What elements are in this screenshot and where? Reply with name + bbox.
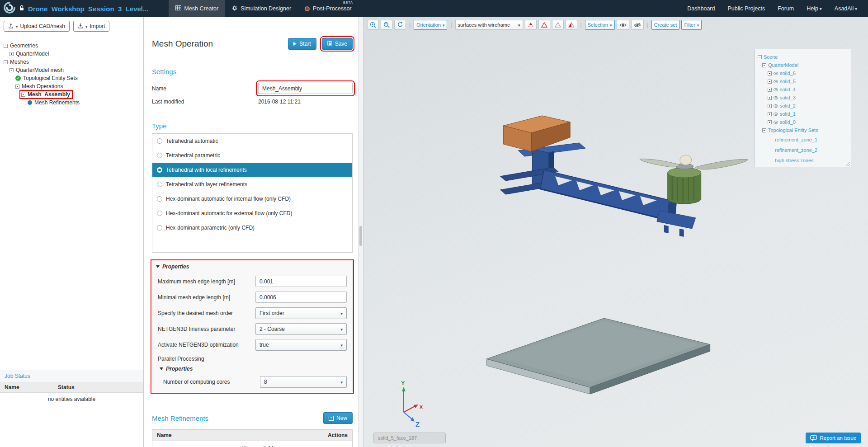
mesh-order-select[interactable]: First order: [255, 307, 347, 319]
eye-slash-icon: [634, 23, 641, 28]
hide-selected-button[interactable]: [631, 20, 644, 30]
nav-user-menu[interactable]: AsadAli: [835, 5, 857, 12]
tree-item-mesh-operations[interactable]: Mesh Operations: [4, 82, 143, 90]
scene-tree-item-refinement-zone-2[interactable]: refinement_zone_2: [755, 145, 851, 155]
expand-icon[interactable]: [768, 112, 772, 116]
viewport-3d[interactable]: | Orientation | surfaces with wireframe: [363, 17, 868, 447]
scene-tree-item-refinement-zone-1[interactable]: refinement_zone_1: [755, 134, 851, 145]
render-mode-select[interactable]: surfaces with wireframe: [455, 20, 523, 30]
settings-heading: Settings: [152, 68, 358, 75]
nav-help-menu[interactable]: Help: [807, 5, 822, 12]
expand-icon[interactable]: [768, 104, 772, 108]
mesh-type-option-tet-automatic[interactable]: Tetrahedral automatic: [152, 134, 352, 148]
panel-scrollbar[interactable]: [358, 17, 363, 447]
max-edge-length-input[interactable]: [255, 276, 347, 287]
expand-icon[interactable]: [768, 80, 772, 84]
mesh-type-option-hex-parametric[interactable]: Hex-dominant parametric (only CFD): [152, 221, 352, 235]
visibility-eye-icon[interactable]: [774, 104, 778, 108]
visibility-eye-icon[interactable]: [774, 80, 778, 83]
tab-post-processor[interactable]: BETA Post-Processor: [298, 0, 358, 17]
create-set-button[interactable]: Create set: [651, 20, 680, 30]
scene-tree-item-high-stress-zones[interactable]: high stress zones: [755, 155, 851, 165]
scene-tree-item-solid-6[interactable]: solid_6: [755, 69, 851, 77]
tree-item-topological-entity-sets[interactable]: Topological Entity Sets: [4, 74, 143, 82]
tree-item-meshes[interactable]: Meshes: [4, 58, 143, 66]
visibility-eye-icon[interactable]: [774, 113, 778, 116]
nav-public-projects[interactable]: Public Projects: [727, 5, 765, 12]
new-refinement-button[interactable]: New: [323, 412, 353, 424]
nav-forum[interactable]: Forum: [778, 5, 794, 12]
collapse-icon[interactable]: [758, 55, 762, 59]
tab-simulation-designer[interactable]: Simulation Designer: [225, 0, 298, 17]
filter-button[interactable]: Filter: [681, 20, 702, 30]
mesh-gray-button[interactable]: [552, 20, 564, 30]
drone-arm-model[interactable]: [500, 116, 748, 237]
computing-cores-select[interactable]: 8: [260, 376, 347, 388]
import-button[interactable]: Import: [73, 21, 110, 32]
fineness-select[interactable]: 2 - Coarse: [255, 323, 347, 335]
visibility-eye-icon[interactable]: [774, 72, 778, 75]
scrollbar-thumb[interactable]: [359, 226, 362, 246]
tree-item-quartermodel[interactable]: QuarterModel: [4, 50, 143, 58]
save-button[interactable]: Save: [322, 38, 353, 50]
mesh-type-option-tet-layer-refinements[interactable]: Tetrahedral with layer refinements: [152, 177, 352, 192]
properties-heading[interactable]: Properties: [152, 261, 352, 272]
scene-tree-item-solid-4[interactable]: solid_4: [755, 85, 851, 94]
tree-item-quartermodel-mesh[interactable]: QuarterModel mesh: [4, 66, 143, 74]
collapse-icon[interactable]: [15, 85, 19, 89]
collapse-icon[interactable]: [9, 68, 14, 72]
simscale-logo[interactable]: [4, 2, 15, 15]
project-title[interactable]: Drone_Workshop_Session_3_Level...: [28, 5, 149, 13]
tree-item-mesh-refinements[interactable]: Mesh Refinements: [4, 99, 143, 107]
tree-item-geometries[interactable]: Geometries: [4, 42, 143, 50]
collapse-icon[interactable]: [762, 128, 766, 132]
tab-mesh-creator[interactable]: Mesh Creator: [169, 0, 226, 17]
mesh-type-option-tet-parametric[interactable]: Tetrahedral parametric: [152, 148, 352, 163]
expand-icon[interactable]: [768, 96, 772, 100]
scene-tree-item-solid-1[interactable]: solid_1: [755, 110, 851, 118]
report-issue-button[interactable]: Report an issue: [806, 433, 861, 443]
expand-icon[interactable]: [9, 52, 14, 56]
tab-label: Post-Processor: [313, 5, 351, 12]
visibility-eye-icon[interactable]: [774, 121, 778, 124]
selection-button[interactable]: Selection: [585, 20, 615, 30]
nav-dashboard[interactable]: Dashboard: [687, 5, 715, 12]
nested-properties-heading[interactable]: Properties: [152, 365, 352, 373]
mesh-type-option-hex-external[interactable]: Hex-dominant automatic for external flow…: [152, 206, 352, 221]
expand-icon[interactable]: [768, 71, 772, 75]
optimization-select[interactable]: true: [255, 339, 347, 351]
collapse-icon[interactable]: [762, 63, 766, 67]
zoom-in-button[interactable]: [367, 20, 379, 30]
visibility-eye-icon[interactable]: [774, 96, 778, 99]
scene-tree-item-solid-2[interactable]: solid_2: [755, 102, 851, 110]
visibility-eye-icon[interactable]: [774, 88, 778, 91]
collapse-icon[interactable]: [21, 93, 25, 97]
last-modified-row: Last modified 2016-08-12 11:21: [152, 99, 353, 105]
expand-icon[interactable]: [768, 88, 772, 92]
scene-tree-item-solid-3[interactable]: solid_3: [755, 94, 851, 102]
mesh-half-button[interactable]: [566, 20, 577, 30]
orientation-button[interactable]: Orientation: [414, 20, 447, 30]
scene-tree-item-solid-5[interactable]: solid_5: [755, 77, 851, 85]
tree-item-mesh-assembly[interactable]: Mesh_Assembly: [4, 90, 143, 99]
mesh-type-option-tet-local-refinements[interactable]: Tetrahedral with local refinements: [152, 163, 352, 177]
reset-view-button[interactable]: [394, 20, 406, 30]
mesh-type-option-hex-internal[interactable]: Hex-dominant automatic for internal flow…: [152, 192, 352, 206]
collapse-icon[interactable]: [4, 60, 8, 64]
mesh-quality-button[interactable]: [525, 20, 537, 30]
scene-tree-item-scene[interactable]: Scene: [755, 53, 851, 61]
radio-icon: [157, 196, 162, 202]
base-plate-model[interactable]: [487, 318, 710, 394]
collapse-icon[interactable]: [4, 44, 8, 48]
show-selected-button[interactable]: [617, 20, 629, 30]
start-button[interactable]: Start: [288, 38, 316, 50]
scene-tree-item-quartermodel[interactable]: QuarterModel: [755, 61, 851, 69]
name-input[interactable]: [258, 83, 353, 94]
zoom-window-button[interactable]: [381, 20, 392, 30]
scene-tree-item-topological-entity-sets[interactable]: Topological Entity Sets: [755, 126, 851, 134]
expand-icon[interactable]: [768, 120, 772, 124]
mesh-outline-button[interactable]: [538, 20, 550, 30]
scene-tree-item-solid-0[interactable]: solid_0: [755, 118, 851, 126]
min-edge-length-input[interactable]: [255, 292, 347, 303]
upload-cad-button[interactable]: Upload CAD/mesh: [4, 21, 70, 32]
